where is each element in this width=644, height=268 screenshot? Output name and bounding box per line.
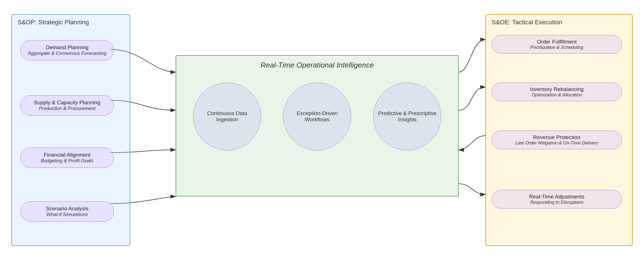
soe-item-2-title: Inventory Rebalancing	[499, 86, 615, 92]
sop-item-4-sub: What-if Simulations	[26, 212, 108, 217]
sop-item-3-title: Financial Alignment	[26, 152, 108, 158]
arrow-center-soe4	[459, 184, 485, 194]
arrow-center-soe2	[459, 87, 485, 110]
sop-item-1-sub: Aggregate & Consensus Forecasting	[26, 51, 108, 56]
sop-item-3: Financial Alignment Budgeting & Profit G…	[20, 148, 114, 168]
soe-item-1-title: Order Fulfillment	[499, 39, 615, 45]
sop-box: S&OP: Strategic Planning Demand Planning…	[11, 14, 130, 246]
sop-item-4: Scenario Analysis What-if Simulations	[20, 201, 114, 222]
center-circle-1-label: Continuous Data Ingestion	[193, 107, 261, 126]
sop-item-4-title: Scenario Analysis	[26, 206, 108, 212]
soe-box: S&OE: Tactical Execution Order Fulfillme…	[485, 14, 633, 246]
sop-item-2-sub: Production & Procurement	[26, 106, 108, 111]
center-circle-3-label: Predictive & Prescriptive Insights	[374, 107, 441, 126]
soe-item-3-title: Revenue Protection	[499, 134, 615, 141]
arrow-soe3-center	[459, 136, 485, 150]
sop-item-2-title: Supply & Capacity Planning	[26, 100, 108, 106]
soe-title: S&OE: Tactical Execution	[492, 19, 562, 26]
soe-item-1-sub: Prioritization & Scheduling	[499, 45, 615, 50]
soe-item-3: Revenue Protection Late Order Mitigation…	[492, 131, 622, 149]
soe-item-1: Order Fulfillment Prioritization & Sched…	[492, 35, 622, 54]
center-title: Real-Time Operational Intelligence	[176, 61, 458, 70]
soe-item-2-sub: Optimization & Allocation	[499, 92, 615, 98]
center-box: Real-Time Operational Intelligence Conti…	[176, 55, 459, 196]
soe-item-4-sub: Responding to Disruptions	[499, 200, 615, 205]
sop-title: S&OP: Strategic Planning	[18, 19, 89, 26]
soe-item-4: Real-Time Adjustments Responding to Disr…	[492, 190, 622, 209]
diagram-container: S&OP: Strategic Planning Demand Planning…	[0, 0, 644, 268]
sop-item-1: Demand Planning Aggregate & Consensus Fo…	[20, 40, 114, 60]
sop-item-3-sub: Budgeting & Profit Goals	[26, 158, 108, 164]
arrow-center-soe1	[459, 40, 485, 72]
soe-item-4-title: Real-Time Adjustments	[499, 194, 615, 200]
center-circle-1: Continuous Data Ingestion	[193, 83, 261, 150]
sop-item-1-title: Demand Planning	[26, 44, 108, 51]
soe-item-2: Inventory Rebalancing Optimization & All…	[492, 83, 622, 101]
center-circle-2: Exception-Driven Workflows	[283, 83, 351, 150]
soe-item-3-sub: Late Order Mitigation & On-Time Delivery	[499, 141, 615, 146]
sop-item-2: Supply & Capacity Planning Production & …	[20, 95, 114, 116]
center-circle-3: Predictive & Prescriptive Insights	[373, 83, 441, 150]
center-circle-2-label: Exception-Driven Workflows	[283, 107, 351, 126]
